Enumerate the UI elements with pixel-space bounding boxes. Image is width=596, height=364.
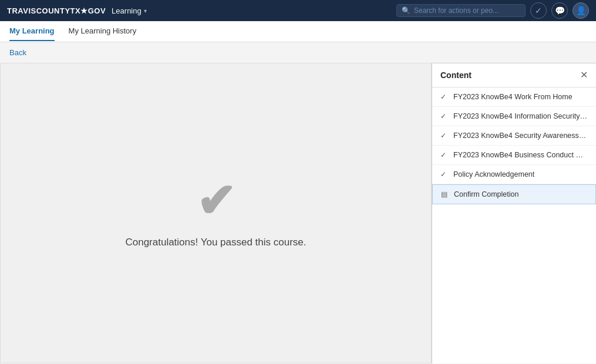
check-icon-3: ✓ — [440, 151, 449, 159]
check-circle-icon[interactable]: ✓ — [530, 2, 547, 19]
check-icon-0: ✓ — [440, 93, 449, 101]
brand-logo: TRAVISCOUNTYTX★GOV — [7, 6, 106, 15]
sidebar-item-label-4: Policy Acknowledgement — [453, 170, 588, 178]
search-input[interactable] — [414, 6, 520, 15]
chevron-down-icon: ▾ — [144, 8, 147, 14]
main-area: ✔ Congratulations! You passed this cours… — [0, 63, 596, 363]
check-icon-2: ✓ — [440, 132, 449, 140]
my-learning-tab[interactable]: My Learning — [9, 22, 55, 41]
sidebar-title: Content — [440, 70, 472, 80]
sidebar-item-label-1: FY2023 KnowBe4 Information Security o... — [453, 112, 588, 120]
module-dropdown[interactable]: Learning ▾ — [112, 6, 147, 15]
top-navigation: TRAVISCOUNTYTX★GOV Learning ▾ 🔍 ✓ 💬 👤 — [0, 0, 596, 21]
my-learning-history-tab[interactable]: My Learning History — [69, 22, 137, 41]
sidebar-header: Content ✕ — [432, 63, 596, 87]
sidebar-item-4[interactable]: ✓ Policy Acknowledgement — [432, 165, 596, 184]
sidebar-item-label-0: FY2023 KnowBe4 Work From Home — [453, 93, 588, 101]
sidebar-item-label-2: FY2023 KnowBe4 Security Awareness Tr... — [453, 132, 588, 140]
search-icon: 🔍 — [402, 6, 410, 15]
close-button[interactable]: ✕ — [580, 70, 588, 80]
sidebar-item-3[interactable]: ✓ FY2023 KnowBe4 Business Conduct Seri..… — [432, 146, 596, 165]
secondary-navigation: My Learning My Learning History — [0, 21, 596, 42]
doc-icon-5: ▤ — [441, 190, 449, 198]
course-panel: ✔ Congratulations! You passed this cours… — [0, 63, 432, 363]
content-sidebar: Content ✕ ✓ FY2023 KnowBe4 Work From Hom… — [432, 63, 596, 363]
sidebar-item-label-3: FY2023 KnowBe4 Business Conduct Seri... — [453, 151, 588, 159]
sidebar-item-5[interactable]: ▤ Confirm Completion — [432, 184, 596, 204]
sidebar-item-0[interactable]: ✓ FY2023 KnowBe4 Work From Home — [432, 87, 596, 107]
completion-checkmark: ✔ — [196, 178, 235, 225]
user-avatar[interactable]: 👤 — [573, 2, 589, 19]
notifications-icon[interactable]: 💬 — [551, 2, 568, 19]
congratulations-message: Congratulations! You passed this course. — [125, 237, 306, 248]
module-label: Learning — [112, 6, 142, 15]
sidebar-items-list: ✓ FY2023 KnowBe4 Work From Home ✓ FY2023… — [432, 87, 596, 363]
search-bar[interactable]: 🔍 — [396, 4, 526, 17]
check-icon-4: ✓ — [440, 170, 449, 178]
sidebar-item-label-5: Confirm Completion — [454, 190, 587, 198]
check-icon-1: ✓ — [440, 112, 449, 120]
back-link[interactable]: Back — [9, 48, 26, 57]
sidebar-item-1[interactable]: ✓ FY2023 KnowBe4 Information Security o.… — [432, 107, 596, 126]
sidebar-item-2[interactable]: ✓ FY2023 KnowBe4 Security Awareness Tr..… — [432, 126, 596, 146]
back-bar: Back — [0, 42, 596, 63]
